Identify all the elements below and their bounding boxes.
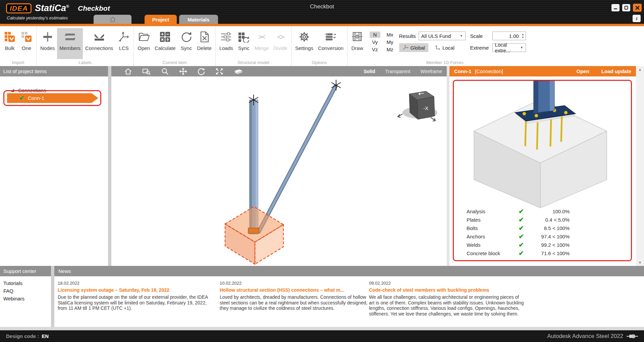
button-label: Draw [352, 45, 363, 51]
design-code-value[interactable]: EN [42, 333, 49, 339]
force-toggle-my[interactable]: My [384, 39, 396, 45]
delete-item-button[interactable]: Delete [195, 28, 214, 53]
force-toggle-n[interactable]: N [370, 32, 380, 38]
open-connection-button[interactable]: Open [576, 68, 589, 74]
zoom-fit-icon[interactable] [215, 68, 223, 75]
extreme-dropdown[interactable]: Local extre... ▼ [492, 43, 526, 52]
chevron-down-icon: ▼ [460, 34, 463, 38]
force-toggle-vy[interactable]: Vy [370, 39, 380, 45]
draw-forces-button[interactable]: Draw [349, 28, 366, 53]
tab-home[interactable] [94, 15, 131, 24]
close-button[interactable] [633, 4, 642, 12]
result-row: Bolts ✔ 8.5 < 100% [467, 224, 628, 232]
open-item-button[interactable]: Open [135, 28, 152, 53]
viewport-right-divider [447, 66, 449, 266]
spin-down-icon[interactable]: ▼ [522, 37, 524, 39]
one-import-button[interactable]: One [18, 28, 35, 53]
lcs-toggle-button[interactable]: LCS [115, 28, 132, 53]
tab-project[interactable]: Project [145, 15, 177, 24]
global-toggle-button[interactable]: Global [399, 43, 428, 52]
loads-button[interactable]: Loads [217, 28, 235, 53]
local-label: Local [442, 45, 454, 51]
members-toggle-button[interactable]: Members [57, 28, 83, 59]
spin-up-icon[interactable]: ▲ [522, 34, 524, 36]
structural-model-scene[interactable]: -X [111, 76, 447, 266]
view-mode-solid[interactable]: Solid [364, 69, 375, 74]
link-faq[interactable]: FAQ [3, 288, 51, 294]
minimize-button[interactable] [611, 4, 620, 11]
link-tutorials[interactable]: Tutorials [3, 280, 51, 286]
article-title[interactable]: Hollow structural section (HSS) connecti… [220, 287, 371, 293]
ribbon-group-options: Settings Conversion Options [291, 26, 347, 66]
scale-label: Scale [470, 33, 490, 39]
bottom-divider [51, 266, 54, 327]
home-tab-icon [109, 16, 116, 22]
nodes-toggle-button[interactable]: Nodes [38, 28, 57, 53]
viewport-3d[interactable]: Solid Transparent Wireframe [111, 66, 447, 266]
force-component-grid: N Mx Vy My Vz Mz [370, 32, 396, 53]
pan-icon[interactable] [179, 68, 187, 75]
info-button[interactable]: i [633, 15, 641, 22]
project-items-panel: List of project items Connections ✔ Conn… [0, 66, 108, 266]
group-label: Structural model [216, 60, 291, 65]
viewport-toolbar: Solid Transparent Wireframe [111, 66, 447, 76]
group-label: Import [0, 60, 36, 65]
ribbon-group-structural-model: Loads Sync >< Merge <> Divide [216, 26, 291, 66]
project-items-header: List of project items [0, 66, 108, 76]
connections-toggle-button[interactable]: Connections [83, 28, 115, 53]
sync-icon [180, 31, 193, 43]
check-icon: ✔ [519, 249, 533, 257]
navigation-cube[interactable]: -X [398, 91, 437, 121]
button-label: Sync [181, 45, 192, 51]
settings-button[interactable]: Settings [293, 28, 316, 53]
force-toggle-mx[interactable]: Mx [384, 32, 396, 38]
connection-preview [454, 81, 631, 208]
vertical-scrollbar[interactable]: ▲ ▼ [636, 66, 644, 266]
article-date: 10.02.2022 [220, 281, 371, 286]
global-label: Global [411, 45, 425, 51]
connections-icon [93, 31, 105, 43]
link-webinars[interactable]: Webinars [3, 296, 51, 301]
article-title[interactable]: Licensing system outage – Saturday, Feb … [58, 287, 209, 293]
result-value: 97.4 < 100% [533, 234, 570, 239]
calculate-button[interactable]: Calculate [152, 28, 178, 53]
delete-icon [198, 31, 210, 43]
connection-type: [Connection] [475, 68, 503, 74]
zoom-window-icon[interactable] [142, 68, 151, 75]
bulk-import-button[interactable]: Bulk [1, 28, 18, 53]
result-row: Plates ✔ 0.4 < 5.0% [467, 216, 628, 224]
scale-spinner[interactable]: ▲ ▼ [521, 34, 526, 39]
sync-item-button[interactable]: Sync [178, 28, 195, 53]
button-label: Open [138, 45, 150, 51]
scroll-up-icon[interactable]: ▲ [636, 67, 644, 71]
divide-button[interactable]: <> Divide [271, 28, 290, 53]
merge-button[interactable]: >< Merge [252, 28, 271, 53]
solid-box-icon[interactable] [233, 68, 243, 75]
force-toggle-vz[interactable]: Vz [370, 46, 380, 53]
force-toggle-mz[interactable]: Mz [384, 46, 396, 53]
result-row: Analysis ✔ 100.0% [467, 207, 628, 216]
local-toggle-button[interactable]: Local [431, 43, 458, 52]
view-mode-transparent[interactable]: Transparent [385, 69, 410, 74]
view-mode-wireframe[interactable]: Wireframe [420, 69, 442, 74]
home-view-icon[interactable] [124, 68, 132, 75]
button-label: LCS [119, 45, 129, 51]
results-dropdown-value: All ULS Fund [421, 33, 451, 39]
rotate-icon[interactable] [197, 68, 205, 75]
zoom-icon[interactable] [161, 68, 169, 75]
scale-input[interactable]: 1.00 ▲ ▼ [492, 32, 526, 40]
tree-item-conn-1[interactable]: ✔ Conn-1 [7, 93, 98, 103]
load-update-button[interactable]: Load update [601, 68, 631, 74]
conversion-button[interactable]: Conversion [316, 28, 346, 53]
panel-splitter[interactable] [108, 66, 111, 266]
chevron-down-icon: ▼ [520, 46, 523, 49]
maximize-button[interactable] [622, 4, 630, 11]
button-label: Delete [197, 45, 212, 51]
sync-model-button[interactable]: Sync [235, 28, 252, 53]
article-title[interactable]: Code-check of steel members with bucklin… [369, 287, 525, 293]
result-row: Welds ✔ 99.2 < 100% [467, 241, 628, 249]
scroll-down-icon[interactable]: ▼ [636, 261, 644, 265]
tab-materials[interactable]: Materials [179, 15, 218, 24]
result-value: 71.6 < 100% [533, 250, 570, 256]
results-dropdown[interactable]: All ULS Fund ▼ [419, 32, 466, 40]
